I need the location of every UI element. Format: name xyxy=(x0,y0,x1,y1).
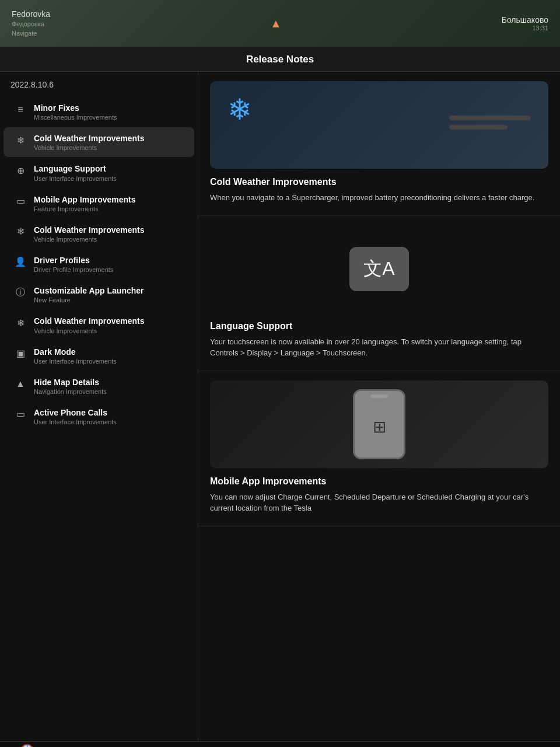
globe-icon: ⊕ xyxy=(14,164,27,177)
sidebar-title-app-launcher: Customizable App Launcher xyxy=(34,285,184,296)
cold-weather-body: When you navigate to a Supercharger, imp… xyxy=(210,192,548,204)
snowflake-large-icon: ❄ xyxy=(228,93,252,127)
cold-weather-title: Cold Weather Improvements xyxy=(210,177,548,187)
map-location-left: Fedorovka Федоровка Navigate xyxy=(12,9,50,38)
section-language-support: 文A Language Support Your touchscreen is … xyxy=(198,216,560,371)
main-container: Release Notes 2022.8.10.6 ≡ Minor Fixes … xyxy=(0,47,560,741)
sidebar-subtitle-driver-profiles: Driver Profile Improvements xyxy=(34,266,184,273)
sidebar-subtitle-app-launcher: New Feature xyxy=(34,296,184,303)
section-mobile-app: ⊞ Mobile App Improvements You can now ad… xyxy=(198,371,560,526)
sidebar-item-minor-fixes[interactable]: ≡ Minor Fixes Miscellaneous Improvements xyxy=(4,97,194,127)
bottom-bar: 🚗 22.0 ° ▲ ▼ 📞 T FM ⚡ ✓ xyxy=(0,741,560,747)
sidebar-title-dark-mode: Dark Mode xyxy=(34,347,184,357)
sidebar-subtitle-hide-map: Navigation Improvements xyxy=(34,388,184,395)
sidebar-title-language-support: Language Support xyxy=(34,163,184,174)
sidebar-item-language-support[interactable]: ⊕ Language Support User Interface Improv… xyxy=(4,158,194,187)
car-icon: 🚗 xyxy=(18,739,34,748)
sidebar-title-cold-weather-2: Cold Weather Improvements xyxy=(34,225,184,235)
sidebar-item-cold-weather-3[interactable]: ❄ Cold Weather Improvements Vehicle Impr… xyxy=(4,310,194,340)
sidebar-item-app-launcher[interactable]: ⓘ Customizable App Launcher New Feature xyxy=(4,280,194,309)
language-support-image: 文A xyxy=(210,225,548,313)
translate-bubble: 文A xyxy=(349,247,408,291)
nav-icon: ▲ xyxy=(14,378,27,390)
image-lines xyxy=(449,116,531,134)
sidebar-item-hide-map[interactable]: ▲ Hide Map Details Navigation Improvemen… xyxy=(4,371,194,401)
title-bar: Release Notes xyxy=(0,47,560,72)
car-item[interactable]: 🚗 22.0 ° ▲ ▼ xyxy=(12,739,41,748)
sidebar-item-mobile-app[interactable]: ▭ Mobile App Improvements Feature Improv… xyxy=(4,189,194,218)
phone-notch xyxy=(370,395,388,398)
sidebar-item-cold-weather-1[interactable]: ❄ Cold Weather Improvements Vehicle Impr… xyxy=(4,127,194,157)
sidebar: 2022.8.10.6 ≡ Minor Fixes Miscellaneous … xyxy=(0,72,198,741)
sidebar-item-dark-mode[interactable]: ▣ Dark Mode User Interface Improvements xyxy=(4,341,194,371)
calendar-icon: ⊞ xyxy=(373,417,386,437)
sidebar-subtitle-cold-weather-3: Vehicle Improvements xyxy=(34,327,184,334)
sidebar-subtitle-cold-weather-1: Vehicle Improvements xyxy=(34,144,184,151)
page-title: Release Notes xyxy=(0,54,560,65)
info-icon: ⓘ xyxy=(14,286,27,299)
cold-weather-image: ❄ xyxy=(210,81,548,169)
mobile-icon: ▭ xyxy=(14,195,27,208)
sidebar-subtitle-minor-fixes: Miscellaneous Improvements xyxy=(34,114,184,121)
sidebar-title-cold-weather-1: Cold Weather Improvements xyxy=(34,133,184,144)
mobile-app-body: You can now adjust Charge Current, Sched… xyxy=(210,491,548,514)
language-support-body: Your touchscreen is now available in ove… xyxy=(210,336,548,359)
snowflake-icon-2: ❄ xyxy=(14,225,27,238)
phone-outline: ⊞ xyxy=(353,389,405,459)
snowflake-icon: ❄ xyxy=(14,134,27,146)
sidebar-subtitle-cold-weather-2: Vehicle Improvements xyxy=(34,236,184,243)
map-nav-arrow: ▲ xyxy=(270,17,282,30)
sidebar-title-cold-weather-3: Cold Weather Improvements xyxy=(34,316,184,326)
sidebar-item-cold-weather-2[interactable]: ❄ Cold Weather Improvements Vehicle Impr… xyxy=(4,219,194,249)
dark-mode-icon: ▣ xyxy=(14,347,27,360)
person-icon: 👤 xyxy=(14,256,27,268)
map-location-right: Большаково 13:31 xyxy=(502,15,548,32)
sidebar-subtitle-language-support: User Interface Improvements xyxy=(34,175,184,182)
translate-icon: 文A xyxy=(363,256,394,282)
sidebar-subtitle-mobile-app: Feature Improvements xyxy=(34,205,184,212)
main-panel: ❄ Cold Weather Improvements When you nav… xyxy=(198,72,560,741)
language-support-title: Language Support xyxy=(210,321,548,331)
map-bar: Fedorovka Федоровка Navigate ▲ Большаков… xyxy=(0,0,560,47)
phone-calls-icon: ▭ xyxy=(14,408,27,421)
section-cold-weather: ❄ Cold Weather Improvements When you nav… xyxy=(198,72,560,216)
version-label: 2022.8.10.6 xyxy=(0,80,198,96)
menu-icon: ≡ xyxy=(14,103,27,116)
snowflake-icon-3: ❄ xyxy=(14,316,27,329)
sidebar-title-driver-profiles: Driver Profiles xyxy=(34,255,184,266)
sidebar-title-hide-map: Hide Map Details xyxy=(34,377,184,388)
sidebar-item-driver-profiles[interactable]: 👤 Driver Profiles Driver Profile Improve… xyxy=(4,249,194,279)
mobile-app-image: ⊞ xyxy=(210,381,548,468)
sidebar-title-mobile-app: Mobile App Improvements xyxy=(34,194,184,205)
content-row: 2022.8.10.6 ≡ Minor Fixes Miscellaneous … xyxy=(0,72,560,741)
mobile-app-title: Mobile App Improvements xyxy=(210,476,548,487)
sidebar-item-phone-calls[interactable]: ▭ Active Phone Calls User Interface Impr… xyxy=(4,402,194,431)
sidebar-subtitle-phone-calls: User Interface Improvements xyxy=(34,418,184,425)
sidebar-title-phone-calls: Active Phone Calls xyxy=(34,407,184,418)
sidebar-subtitle-dark-mode: User Interface Improvements xyxy=(34,358,184,365)
sidebar-title-minor-fixes: Minor Fixes xyxy=(34,103,184,113)
